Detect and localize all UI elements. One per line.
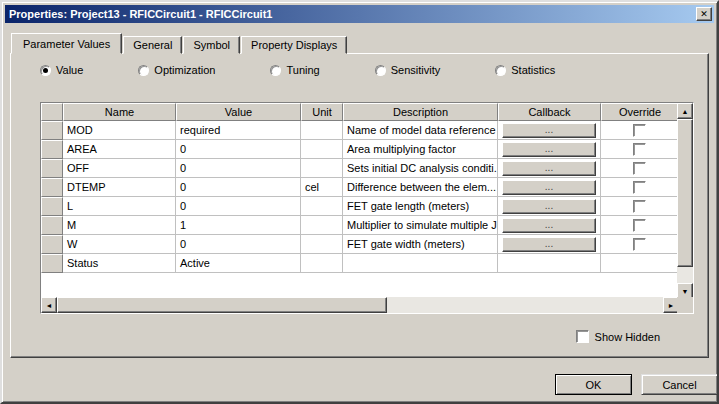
row-selector[interactable] bbox=[41, 254, 63, 273]
param-name-cell[interactable]: OFF bbox=[63, 159, 176, 178]
param-description-cell[interactable]: FET gate width (meters) bbox=[343, 235, 498, 254]
override-checkbox[interactable] bbox=[633, 238, 646, 251]
override-checkbox[interactable] bbox=[633, 124, 646, 137]
row-selector[interactable] bbox=[41, 197, 63, 216]
param-value-cell[interactable]: 1 bbox=[176, 216, 301, 235]
param-description-cell[interactable]: Difference between the elem... bbox=[343, 178, 498, 197]
table-body: MODrequiredName of model data reference.… bbox=[41, 121, 679, 299]
row-selector[interactable] bbox=[41, 121, 63, 140]
column-header-unit[interactable]: Unit bbox=[301, 103, 343, 121]
callback-button[interactable]: ... bbox=[502, 161, 596, 176]
table-row-m[interactable]: M1Multiplier to simulate multiple J.....… bbox=[41, 216, 679, 235]
close-button[interactable]: ✕ bbox=[696, 7, 712, 21]
callback-button[interactable]: ... bbox=[502, 199, 596, 214]
radio-button-icon[interactable] bbox=[375, 65, 386, 76]
scroll-left-button[interactable]: ◄ bbox=[41, 297, 57, 313]
param-unit-cell[interactable] bbox=[301, 121, 343, 140]
param-description-cell[interactable] bbox=[343, 254, 498, 273]
row-selector[interactable] bbox=[41, 140, 63, 159]
param-description-cell[interactable]: Area multiplying factor bbox=[343, 140, 498, 159]
override-cell bbox=[601, 235, 679, 254]
override-cell bbox=[601, 178, 679, 197]
override-checkbox[interactable] bbox=[633, 143, 646, 156]
param-description-cell[interactable]: FET gate length (meters) bbox=[343, 197, 498, 216]
table-row-off[interactable]: OFF0Sets initial DC analysis conditi....… bbox=[41, 159, 679, 178]
scroll-up-button[interactable]: ▲ bbox=[677, 103, 693, 119]
override-checkbox[interactable] bbox=[633, 219, 646, 232]
override-checkbox[interactable] bbox=[633, 162, 646, 175]
vertical-scrollbar[interactable]: ▲ ▼ bbox=[677, 103, 693, 299]
param-unit-cell[interactable] bbox=[301, 159, 343, 178]
radio-button-icon[interactable] bbox=[270, 65, 281, 76]
scroll-down-icon: ▼ bbox=[682, 288, 689, 295]
param-description-cell[interactable]: Sets initial DC analysis conditi... bbox=[343, 159, 498, 178]
callback-button[interactable]: ... bbox=[502, 180, 596, 195]
horizontal-scrollbar[interactable]: ◄ ► bbox=[41, 297, 679, 313]
column-header-name[interactable]: Name bbox=[63, 103, 176, 121]
table-row-status[interactable]: StatusActive bbox=[41, 254, 679, 273]
param-description-cell[interactable]: Name of model data reference bbox=[343, 121, 498, 140]
tab-symbol[interactable]: Symbol bbox=[183, 36, 240, 54]
callback-button[interactable]: ... bbox=[502, 123, 596, 138]
tab-general[interactable]: General bbox=[123, 36, 182, 54]
override-checkbox[interactable] bbox=[633, 181, 646, 194]
param-name-cell[interactable]: DTEMP bbox=[63, 178, 176, 197]
table-row-area[interactable]: AREA0Area multiplying factor... bbox=[41, 140, 679, 159]
param-unit-cell[interactable] bbox=[301, 254, 343, 273]
column-header-description[interactable]: Description bbox=[343, 103, 498, 121]
show-hidden-checkbox[interactable] bbox=[576, 330, 589, 343]
param-value-cell[interactable]: 0 bbox=[176, 178, 301, 197]
vertical-scroll-thumb[interactable] bbox=[677, 119, 693, 267]
radio-button-icon[interactable] bbox=[495, 65, 506, 76]
param-unit-cell[interactable] bbox=[301, 216, 343, 235]
radio-sensitivity[interactable]: Sensitivity bbox=[375, 64, 441, 76]
radio-button-icon[interactable] bbox=[138, 65, 149, 76]
override-checkbox[interactable] bbox=[633, 200, 646, 213]
title-bar[interactable]: Properties: Project13 - RFICCircuit1 - R… bbox=[5, 5, 714, 23]
column-header-value[interactable]: Value bbox=[176, 103, 301, 121]
callback-button[interactable]: ... bbox=[502, 237, 596, 252]
param-unit-cell[interactable]: cel bbox=[301, 178, 343, 197]
param-unit-cell[interactable] bbox=[301, 197, 343, 216]
radio-optimization[interactable]: Optimization bbox=[138, 64, 215, 76]
column-header-override[interactable]: Override bbox=[601, 103, 679, 121]
param-value-cell[interactable]: 0 bbox=[176, 159, 301, 178]
row-selector[interactable] bbox=[41, 235, 63, 254]
param-name-cell[interactable]: M bbox=[63, 216, 176, 235]
radio-statistics[interactable]: Statistics bbox=[495, 64, 555, 76]
row-selector[interactable] bbox=[41, 216, 63, 235]
horizontal-scroll-thumb[interactable] bbox=[57, 297, 387, 313]
row-selector[interactable] bbox=[41, 178, 63, 197]
radio-tuning[interactable]: Tuning bbox=[270, 64, 319, 76]
tab-property-displays[interactable]: Property Displays bbox=[241, 36, 347, 54]
column-header-callback[interactable]: Callback bbox=[498, 103, 601, 121]
table-row-dtemp[interactable]: DTEMP0celDifference between the elem....… bbox=[41, 178, 679, 197]
param-name-cell[interactable]: Status bbox=[63, 254, 176, 273]
tab-parameter-values[interactable]: Parameter Values bbox=[11, 33, 122, 54]
callback-button[interactable]: ... bbox=[502, 142, 596, 157]
param-unit-cell[interactable] bbox=[301, 140, 343, 159]
param-unit-cell[interactable] bbox=[301, 235, 343, 254]
scroll-up-icon: ▲ bbox=[682, 108, 689, 115]
param-name-cell[interactable]: L bbox=[63, 197, 176, 216]
callback-cell: ... bbox=[498, 140, 601, 159]
param-name-cell[interactable]: W bbox=[63, 235, 176, 254]
table-row-mod[interactable]: MODrequiredName of model data reference.… bbox=[41, 121, 679, 140]
callback-cell: ... bbox=[498, 197, 601, 216]
param-description-cell[interactable]: Multiplier to simulate multiple J... bbox=[343, 216, 498, 235]
table-row-l[interactable]: L0FET gate length (meters)... bbox=[41, 197, 679, 216]
callback-button[interactable]: ... bbox=[502, 218, 596, 233]
radio-value[interactable]: Value bbox=[40, 64, 83, 76]
cancel-button[interactable]: Cancel bbox=[641, 374, 718, 395]
param-name-cell[interactable]: AREA bbox=[63, 140, 176, 159]
param-value-cell[interactable]: required bbox=[176, 121, 301, 140]
param-value-cell[interactable]: 0 bbox=[176, 140, 301, 159]
param-value-cell[interactable]: 0 bbox=[176, 235, 301, 254]
table-row-w[interactable]: W0FET gate width (meters)... bbox=[41, 235, 679, 254]
param-name-cell[interactable]: MOD bbox=[63, 121, 176, 140]
row-selector[interactable] bbox=[41, 159, 63, 178]
ok-button[interactable]: OK bbox=[555, 374, 632, 395]
radio-button-icon[interactable] bbox=[40, 65, 51, 76]
param-value-cell[interactable]: 0 bbox=[176, 197, 301, 216]
param-value-cell[interactable]: Active bbox=[176, 254, 301, 273]
